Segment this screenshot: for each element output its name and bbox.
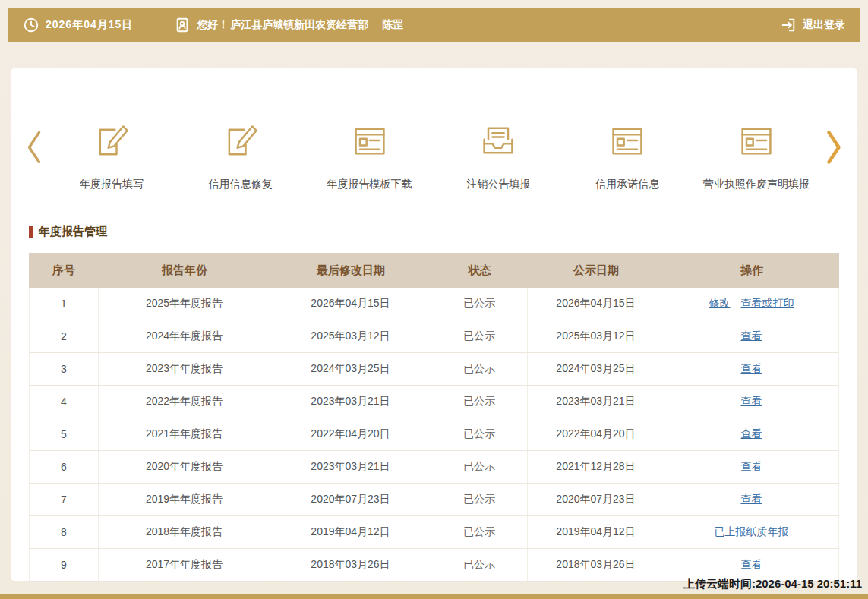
header-left-group: 2026年04月15日 您好！ 庐江县庐城镇新田农资经营部 陈罡 [23, 17, 403, 33]
cell-modified-date: 2022年04月20日 [270, 418, 431, 450]
section-marker [29, 226, 33, 238]
action-link[interactable]: 查看 [741, 427, 762, 441]
cell-actions: 已上报纸质年报 [664, 516, 839, 548]
current-date: 2026年04月15日 [46, 18, 133, 32]
cell-no: 3 [29, 353, 99, 385]
carousel-prev-button[interactable] [21, 128, 47, 169]
cell-status: 已公示 [431, 418, 528, 450]
section-title: 年度报告管理 [29, 225, 857, 239]
action-link[interactable]: 修改 [709, 297, 731, 311]
chevron-right-icon [824, 128, 844, 167]
logout-icon [780, 17, 797, 33]
cell-no: 4 [29, 386, 99, 418]
cell-publish-date: 2022年04月20日 [528, 418, 664, 450]
carousel-item-label: 年度报告模板下载 [327, 178, 412, 191]
logout-button[interactable]: 退出登录 [780, 17, 845, 33]
cell-report-year: 2020年年度报告 [99, 451, 270, 483]
table-row: 7 2019年年度报告 2020年07月23日 已公示 2020年07月23日 … [29, 484, 839, 516]
col-header-publish-date: 公示日期 [528, 253, 664, 288]
cell-actions: 查看 [664, 386, 839, 418]
action-link[interactable]: 查看 [741, 493, 762, 506]
cell-publish-date: 2019年04月12日 [528, 516, 664, 548]
repair-icon [221, 121, 260, 161]
company-name: 庐江县庐城镇新田农资经营部 [230, 18, 368, 32]
cell-status: 已公示 [431, 386, 528, 418]
cell-report-year: 2025年年度报告 [99, 288, 270, 320]
cell-modified-date: 2024年03月25日 [270, 353, 431, 385]
cell-status: 已公示 [431, 516, 528, 548]
cell-status: 已公示 [431, 549, 528, 581]
clock-icon [23, 17, 39, 33]
top-header-bar: 2026年04月15日 您好！ 庐江县庐城镇新田农资经营部 陈罡 退出登录 [8, 8, 860, 42]
cell-status: 已公示 [431, 484, 528, 515]
carousel-items: 年度报告填写 信用信息修复 年度报告模板下载 注销公告填报 [47, 121, 821, 191]
cell-report-year: 2018年年度报告 [99, 516, 270, 548]
inbox-icon [478, 121, 518, 161]
action-link[interactable]: 查看 [741, 362, 762, 376]
action-link[interactable]: 查看 [741, 329, 762, 343]
cell-publish-date: 2018年03月26日 [528, 549, 664, 581]
col-header-status: 状态 [431, 253, 528, 288]
cell-report-year: 2017年年度报告 [99, 549, 270, 581]
action-link[interactable]: 查看或打印 [741, 297, 794, 311]
carousel-next-button[interactable] [821, 128, 847, 169]
chevron-left-icon [24, 128, 44, 167]
cell-no: 8 [29, 516, 99, 548]
cell-publish-date: 2020年07月23日 [528, 484, 664, 515]
table-row: 6 2020年年度报告 2023年03月21日 已公示 2021年12月28日 … [29, 451, 839, 484]
cell-no: 6 [29, 451, 99, 483]
bottom-gold-strip [0, 594, 868, 599]
cell-modified-date: 2026年04月15日 [270, 288, 431, 320]
function-carousel: 年度报告填写 信用信息修复 年度报告模板下载 注销公告填报 [11, 68, 857, 191]
cell-actions: 查看 [664, 451, 839, 483]
action-link[interactable]: 查看 [741, 558, 762, 572]
user-badge-icon [174, 17, 191, 33]
action-link[interactable]: 查看 [741, 460, 762, 474]
cell-actions: 查看 [664, 320, 839, 352]
carousel-item[interactable]: 营业执照作废声明填报 [692, 121, 821, 191]
user-name: 陈罡 [382, 18, 403, 32]
cell-no: 2 [29, 320, 99, 352]
table-row: 4 2022年年度报告 2023年03月21日 已公示 2023年03月21日 … [29, 386, 839, 418]
table-header-row: 序号 报告年份 最后修改日期 状态 公示日期 操作 [29, 253, 839, 288]
cell-status: 已公示 [431, 451, 528, 483]
carousel-item[interactable]: 信用承诺信息 [563, 121, 692, 191]
cell-modified-date: 2020年07月23日 [270, 484, 431, 515]
carousel-item-label: 营业执照作废声明填报 [703, 178, 810, 191]
cell-publish-date: 2024年03月25日 [528, 353, 664, 385]
table-row: 1 2025年年度报告 2026年04月15日 已公示 2026年04月15日 … [29, 288, 839, 320]
action-text: 已上报纸质年报 [715, 525, 789, 539]
upload-time-text: 上传云端时间:2026-04-15 20:51:11 [683, 577, 862, 591]
col-header-no: 序号 [29, 253, 99, 288]
col-header-actions: 操作 [664, 253, 839, 288]
carousel-item[interactable]: 注销公告填报 [434, 121, 563, 191]
table-row: 8 2018年年度报告 2019年04月12日 已公示 2019年04月12日 … [29, 516, 839, 549]
carousel-item-label: 注销公告填报 [466, 178, 530, 191]
cell-no: 1 [29, 288, 99, 320]
carousel-item[interactable]: 信用信息修复 [176, 121, 305, 191]
table-row: 3 2023年年度报告 2024年03月25日 已公示 2024年03月25日 … [29, 353, 839, 386]
cell-no: 7 [29, 484, 99, 515]
cell-report-year: 2024年年度报告 [99, 320, 270, 352]
cell-publish-date: 2021年12月28日 [528, 451, 664, 483]
cell-status: 已公示 [431, 288, 528, 320]
cell-no: 9 [29, 549, 99, 581]
cell-report-year: 2019年年度报告 [99, 484, 270, 515]
table-row: 2 2024年年度报告 2025年03月12日 已公示 2025年03月12日 … [29, 320, 839, 353]
cell-modified-date: 2025年03月12日 [270, 320, 431, 352]
carousel-item-label: 信用承诺信息 [595, 178, 659, 191]
col-header-report-year: 报告年份 [99, 253, 270, 288]
cell-publish-date: 2023年03月21日 [528, 386, 664, 418]
license-icon [737, 121, 776, 161]
action-link[interactable]: 查看 [741, 395, 762, 408]
greeting-text: 您好！ [197, 18, 229, 32]
carousel-item[interactable]: 年度报告填写 [47, 121, 176, 191]
cell-modified-date: 2023年03月21日 [270, 451, 431, 483]
cell-modified-date: 2018年03月26日 [270, 549, 431, 581]
carousel-item-label: 信用信息修复 [209, 178, 273, 191]
cell-actions: 查看 [664, 353, 839, 385]
logout-label: 退出登录 [803, 18, 845, 32]
table-row: 5 2021年年度报告 2022年04月20日 已公示 2022年04月20日 … [29, 418, 839, 451]
carousel-item[interactable]: 年度报告模板下载 [305, 121, 434, 191]
cell-report-year: 2022年年度报告 [99, 386, 270, 418]
